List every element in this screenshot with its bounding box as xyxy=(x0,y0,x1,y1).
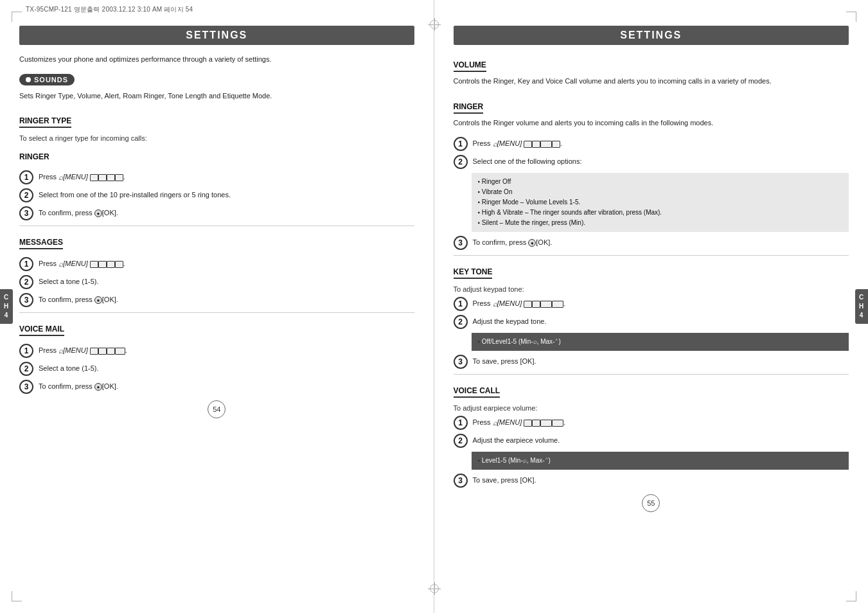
ringer-section: RINGER Controls the Ringer volume and al… xyxy=(454,96,849,251)
step-num-2: 2 xyxy=(19,188,33,202)
nav-sq-r1d xyxy=(552,141,560,148)
volume-section: VOLUME Controls the Ringer, Key and Voic… xyxy=(454,54,849,87)
voice-mail-steps: 1 Press ⌕[MENU] . 2 Select a tone (1-5).… xyxy=(19,344,414,394)
ok-icon-2: ● xyxy=(94,296,102,304)
vc-step-text-1: Press ⌕[MENU] . xyxy=(473,418,566,429)
divider-2 xyxy=(19,312,414,313)
nav-sq-3d xyxy=(115,348,125,355)
vm-step-num-2: 2 xyxy=(19,362,33,376)
nav-sq-1c xyxy=(107,174,115,181)
vc-step-num-3: 3 xyxy=(454,474,468,488)
nav-sq-3c xyxy=(107,348,115,355)
vm-step-text-3: To confirm, press ●[OK]. xyxy=(39,382,118,391)
vm-step-num-3: 3 xyxy=(19,380,33,394)
voice-call-section: VOICE CALL To adjust earpiece volume: 1 … xyxy=(454,380,849,488)
vm-step-2: 2 Select a tone (1-5). xyxy=(19,362,414,376)
msg-step-num-2: 2 xyxy=(19,275,33,289)
msg-step-1: 1 Press ⌕[MENU] . xyxy=(19,257,414,271)
messages-steps: 1 Press ⌕[MENU] . 2 Select a tone (1-5).… xyxy=(19,257,414,307)
nav-sq-k1b xyxy=(532,301,540,308)
vc-step-text-3: To save, press [OK]. xyxy=(473,475,536,485)
msg-step-text-1: Press ⌕[MENU] . xyxy=(39,259,125,270)
vm-step-num-1: 1 xyxy=(19,344,33,358)
key-tone-section: KEY TONE To adjust keypad tone: 1 Press … xyxy=(454,261,849,369)
key-tone-options-box: Off/Level1-5 (Min-⌕, Max-⌃) xyxy=(472,333,849,351)
sounds-badge: SOUNDS xyxy=(19,74,75,85)
step-num-1: 1 xyxy=(19,170,33,184)
ch-tab-left: CH4 xyxy=(0,289,13,324)
kt-step-text-2: Adjust the keypad tone. xyxy=(473,317,547,326)
key-tone-steps: 1 Press ⌕[MENU] . 2 Adjust the keypad to… xyxy=(454,297,849,369)
ringer-desc: Controls the Ringer volume and alerts yo… xyxy=(454,118,849,129)
left-panel: CH4 SETTINGS Customizes your phone and o… xyxy=(0,0,434,613)
divider-1 xyxy=(19,226,414,226)
volume-heading: VOLUME xyxy=(454,60,486,72)
kt-step-num-3: 3 xyxy=(454,355,468,369)
ringer-r-step-num-2: 2 xyxy=(454,155,468,169)
voice-call-options-box: Level1-5 (Min-⌕, Max-⌃) xyxy=(472,452,849,470)
key-tone-options-list: Off/Level1-5 (Min-⌕, Max-⌃) xyxy=(478,337,843,347)
voice-mail-section: VOICE MAIL 1 Press ⌕[MENU] . 2 Select a … xyxy=(19,318,414,394)
kt-step-text-3: To save, press [OK]. xyxy=(473,357,536,366)
ringer-opt-2: Vibrate On xyxy=(478,187,843,197)
divider-r1 xyxy=(454,255,849,256)
vc-step-num-1: 1 xyxy=(454,416,468,430)
voice-call-steps: 1 Press ⌕[MENU] . 2 Adjust the earpiece … xyxy=(454,416,849,488)
ringer-steps: 1 Press ⌕[MENU] . 2 Select from one of t… xyxy=(19,170,414,220)
volume-desc: Controls the Ringer, Key and Voice Call … xyxy=(454,76,849,87)
vc-step-2: 2 Adjust the earpiece volume. xyxy=(454,434,849,448)
phone-icon-r1: ⌕ xyxy=(493,139,497,150)
phone-icon-k1: ⌕ xyxy=(493,299,497,310)
kt-step-num-2: 2 xyxy=(454,315,468,329)
nav-sq-1b xyxy=(98,174,107,181)
nav-sq-2c xyxy=(107,261,115,268)
right-title: SETTINGS xyxy=(454,26,849,45)
ringer-type-sub: To select a ringer type for incoming cal… xyxy=(19,134,414,142)
ringer-opt-1: Ringer Off xyxy=(478,177,843,187)
vm-step-1: 1 Press ⌕[MENU] . xyxy=(19,344,414,358)
ringer-step-2: 2 Select from one of the 10 pre-installe… xyxy=(19,188,414,202)
kt-step-num-1: 1 xyxy=(454,297,468,311)
right-panel: CH4 SETTINGS VOLUME Controls the Ringer,… xyxy=(434,0,869,613)
vc-opt-1: Level1-5 (Min-⌕, Max-⌃) xyxy=(478,456,843,466)
divider-r2 xyxy=(454,374,849,375)
ok-icon-3: ● xyxy=(94,383,102,391)
ok-icon-r3: ● xyxy=(528,239,536,247)
nav-sq-2a xyxy=(90,261,98,268)
nav-sq-v1a xyxy=(524,420,532,427)
left-page-num: 54 xyxy=(208,400,226,418)
msg-step-3: 3 To confirm, press ●[OK]. xyxy=(19,293,414,307)
kt-opt-1: Off/Level1-5 (Min-⌕, Max-⌃) xyxy=(478,337,843,347)
left-title: SETTINGS xyxy=(19,26,414,45)
page-wrapper: TX-95CMP-121 영문출력 2003.12.12 3:10 AM 페이지… xyxy=(0,0,868,613)
ringer-r-step-text-2: Select one of the following options: xyxy=(473,157,582,166)
ringer-r-step-3: 3 To confirm, press ●[OK]. xyxy=(454,236,849,250)
key-tone-sub: To adjust keypad tone: xyxy=(454,285,849,293)
vm-step-text-1: Press ⌕[MENU] . xyxy=(39,346,127,357)
ringer-subheading: RINGER xyxy=(19,152,49,163)
ringer-r-step-text-3: To confirm, press ●[OK]. xyxy=(473,238,553,247)
kt-step-1: 1 Press ⌕[MENU] . xyxy=(454,297,849,311)
ch-tab-right: CH4 xyxy=(855,289,868,324)
ringer-options-box: Ringer Off Vibrate On Ringer Mode – Volu… xyxy=(472,173,849,232)
ringer-r-step-text-1: Press ⌕[MENU] . xyxy=(473,139,563,150)
nav-sq-1d xyxy=(115,174,123,181)
nav-sq-2d xyxy=(115,261,123,268)
left-intro: Customizes your phone and optimizes perf… xyxy=(19,54,414,65)
nav-sq-3b xyxy=(98,348,107,355)
voice-call-sub: To adjust earpiece volume: xyxy=(454,404,849,412)
nav-sq-3a xyxy=(90,348,98,355)
ringer-opt-4: High & Vibrate – The ringer sounds after… xyxy=(478,208,843,218)
ringer-options-list: Ringer Off Vibrate On Ringer Mode – Volu… xyxy=(478,177,843,228)
voice-call-options-list: Level1-5 (Min-⌕, Max-⌃) xyxy=(478,456,843,466)
voice-mail-heading: VOICE MAIL xyxy=(19,324,64,336)
step-num-3: 3 xyxy=(19,206,33,220)
left-page-num-container: 54 xyxy=(19,400,414,418)
messages-section: MESSAGES 1 Press ⌕[MENU] . 2 Select a to… xyxy=(19,231,414,307)
voice-call-heading: VOICE CALL xyxy=(454,386,500,398)
vc-step-1: 1 Press ⌕[MENU] . xyxy=(454,416,849,430)
nav-sq-v1c xyxy=(540,420,552,427)
ringer-opt-3: Ringer Mode – Volume Levels 1-5. xyxy=(478,197,843,208)
ringer-r-step-num-3: 3 xyxy=(454,236,468,250)
ringer-r-step-2: 2 Select one of the following options: xyxy=(454,155,849,169)
